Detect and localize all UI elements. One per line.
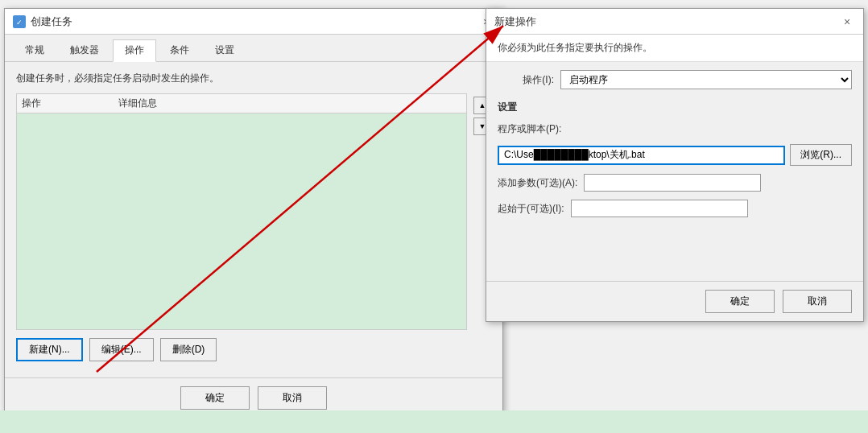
right-notice: 你必须为此任务指定要执行的操作。 [486, 35, 863, 62]
right-title-text: 新建操作 [494, 14, 536, 29]
args-row: 添加参数(可选)(A): [498, 174, 852, 192]
tab-condition[interactable]: 条件 [158, 39, 201, 61]
tab-settings[interactable]: 设置 [203, 39, 246, 61]
action-type-label: 操作(I): [498, 73, 554, 87]
right-close-button[interactable]: × [839, 14, 855, 30]
tabs-bar: 常规 触发器 操作 条件 设置 [5, 35, 502, 62]
left-ok-button[interactable]: 确定 [180, 386, 250, 410]
action-type-row: 操作(I): 启动程序 [498, 70, 852, 89]
program-label: 程序或脚本(P): [498, 122, 561, 136]
description-text: 创建任务时，必须指定任务启动时发生的操作。 [16, 72, 491, 85]
program-input[interactable] [498, 146, 785, 165]
start-input[interactable] [571, 200, 748, 217]
actions-table: 操作 详细信息 [16, 93, 467, 330]
bottom-strip [0, 410, 868, 433]
right-ok-button[interactable]: 确定 [705, 290, 775, 313]
right-cancel-button[interactable]: 取消 [783, 290, 852, 313]
col-action-header: 操作 [22, 97, 118, 110]
right-dialog: 新建操作 × 你必须为此任务指定要执行的操作。 操作(I): 启动程序 设置 程… [486, 8, 864, 322]
args-label: 添加参数(可选)(A): [498, 176, 577, 190]
program-input-row: 浏览(R)... [498, 144, 852, 166]
left-dialog: ✓ 创建任务 × 常规 触发器 操作 条件 设置 创建任务时，必须指定任务启动时… [4, 8, 503, 419]
start-row: 起始于(可选)(I): [498, 200, 852, 217]
tab-general[interactable]: 常规 [13, 39, 56, 61]
table-body [17, 113, 466, 329]
left-dialog-title: ✓ 创建任务 [13, 14, 72, 29]
right-dialog-footer: 确定 取消 [486, 281, 863, 321]
tab-action[interactable]: 操作 [113, 39, 156, 62]
start-label: 起始于(可选)(I): [498, 202, 564, 216]
left-cancel-button[interactable]: 取消 [258, 386, 327, 410]
left-title-text: 创建任务 [31, 14, 72, 29]
right-dialog-body: 操作(I): 启动程序 设置 程序或脚本(P): 浏览(R)... 添加参数(可… [486, 62, 863, 281]
table-header: 操作 详细信息 [17, 94, 466, 113]
task-icon: ✓ [13, 15, 26, 28]
action-type-select[interactable]: 启动程序 [560, 70, 852, 89]
right-dialog-title: 新建操作 [494, 14, 536, 29]
args-input[interactable] [584, 174, 761, 192]
settings-section-label: 设置 [498, 101, 852, 114]
left-titlebar: ✓ 创建任务 × [5, 9, 502, 35]
col-detail-header: 详细信息 [118, 97, 461, 110]
program-label-row: 程序或脚本(P): [498, 122, 852, 136]
left-dialog-body: 创建任务时，必须指定任务启动时发生的操作。 操作 详细信息 ▲ ▼ 新建(N).… [5, 62, 502, 377]
svg-text:✓: ✓ [16, 19, 23, 27]
right-titlebar: 新建操作 × [486, 9, 863, 35]
tab-trigger[interactable]: 触发器 [58, 39, 111, 61]
delete-action-button[interactable]: 删除(D) [160, 338, 217, 361]
new-action-button[interactable]: 新建(N)... [16, 338, 83, 361]
action-buttons-row: 新建(N)... 编辑(E)... 删除(D) [16, 338, 491, 368]
edit-action-button[interactable]: 编辑(E)... [89, 338, 154, 361]
browse-button[interactable]: 浏览(R)... [790, 144, 852, 166]
